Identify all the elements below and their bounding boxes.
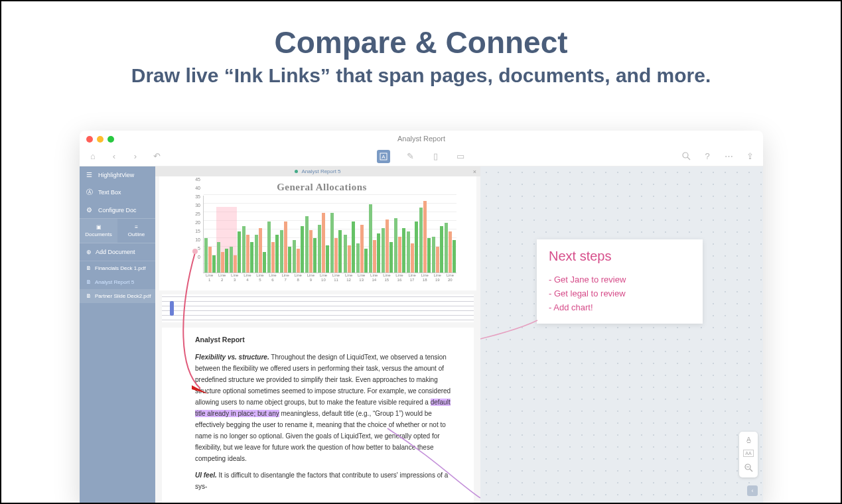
workspace-toolbar: A̲ AA (739, 432, 758, 477)
outline-icon: ≡ (135, 224, 138, 230)
help-icon[interactable]: ? (702, 151, 713, 162)
note-card[interactable]: Next steps - Get Jane to review - Get le… (537, 239, 703, 324)
more-icon[interactable]: ⋯ (723, 151, 734, 162)
home-icon[interactable]: ⌂ (88, 151, 98, 162)
sidebar-highlight-view[interactable]: ☰ HighlightView (80, 166, 155, 183)
sidebar-file-partner[interactable]: 🗎 Partner Slide Deck2.pdf (80, 289, 155, 303)
para-lead: Flexibility vs. structure. (195, 353, 269, 361)
window-zoom-icon[interactable] (107, 136, 114, 143)
note-title: Next steps (549, 249, 691, 264)
sidebar-label: HighlightView (98, 172, 134, 178)
doc-tab-label: Analyst Report 5 (301, 168, 340, 174)
sidebar-tab-outline[interactable]: ≡ Outline (117, 219, 155, 243)
document-page-chart: General Allocations 051015202530354045Li… (159, 176, 476, 290)
para-body: Throughout the design of LiquidText, we … (195, 353, 451, 406)
file-name: Financials Deck 1.pdf (95, 265, 145, 271)
tab-label: Outline (117, 231, 155, 237)
sidebar-tab-documents[interactable]: ▣ Documents (80, 219, 117, 243)
sidebar-label: Text Box (98, 189, 121, 196)
highlight-view-icon: ☰ (86, 171, 94, 178)
chart-title: General Allocations (187, 182, 456, 193)
eraser-tool-icon[interactable]: ▭ (455, 151, 466, 162)
close-icon[interactable]: × (473, 168, 476, 175)
document-view: Analyst Report 5 × General Allocations 0… (155, 166, 480, 504)
share-icon[interactable]: ⇪ (744, 151, 755, 162)
toolbar: ⌂ ‹ › ↶ A ✎ ▯ ▭ ? ⋯ ⇪ (80, 147, 763, 166)
window-title: Analyst Report (80, 131, 763, 143)
text-box-icon: Ⓐ (86, 188, 94, 197)
sidebar-label: Configure Doc (98, 207, 137, 214)
file-icon: 🗎 (86, 265, 92, 271)
promo-title: Compare & Connect (1, 25, 841, 60)
active-dot-icon (295, 170, 298, 173)
ink-link-pink (480, 320, 537, 339)
file-name: Analyst Report 5 (95, 279, 134, 285)
bar-chart: 051015202530354045Line1Line2Line3Line4Li… (187, 196, 456, 285)
collapsed-pages-region[interactable] (162, 294, 474, 322)
sidebar-file-financials[interactable]: 🗎 Financials Deck 1.pdf (80, 261, 155, 275)
sidebar-configure-doc[interactable]: ⚙ Configure Doc (80, 202, 155, 218)
forward-icon[interactable]: › (130, 151, 141, 162)
section-heading: Analyst Report (195, 334, 454, 346)
collapse-workspace-icon[interactable]: ‹ (747, 485, 758, 496)
para-tail: meaningless, default title (e.g., “Group… (195, 410, 446, 462)
paragraph[interactable]: UI feel. It is difficult to disentangle … (195, 470, 454, 492)
svg-line-6 (750, 469, 752, 472)
note-item: - Add chart! (549, 301, 691, 315)
back-icon[interactable]: ‹ (109, 151, 119, 162)
documents-icon: ▣ (96, 224, 102, 230)
pinch-handle-icon[interactable] (170, 301, 174, 316)
sidebar-file-analyst[interactable]: 🗎 Analyst Report 5 (80, 275, 155, 289)
file-icon: 🗎 (86, 279, 92, 285)
document-tab-analyst[interactable]: Analyst Report 5 × (155, 166, 480, 176)
file-icon: 🗎 (86, 293, 92, 299)
svg-line-3 (687, 157, 690, 160)
note-item: - Get legal to review (549, 287, 691, 301)
svg-text:A: A (382, 154, 386, 160)
search-icon[interactable] (681, 151, 691, 162)
window-close-icon[interactable] (86, 136, 93, 143)
para-body: It is difficult to disentangle the facto… (195, 472, 448, 490)
select-tool-icon[interactable]: A (377, 150, 390, 163)
window-minimize-icon[interactable] (97, 136, 104, 143)
svg-point-2 (683, 153, 688, 158)
text-tool-icon[interactable]: A̲ (746, 436, 751, 443)
highlighter-tool-icon[interactable]: ▯ (430, 151, 441, 162)
file-name: Partner Slide Deck2.pdf (95, 293, 151, 299)
add-document-label: Add Document (96, 249, 135, 255)
para-lead: UI feel. (195, 472, 217, 479)
plus-icon: ⊕ (86, 249, 92, 255)
zoom-out-icon[interactable] (744, 464, 753, 473)
paragraph[interactable]: Flexibility vs. structure. Throughout th… (195, 351, 454, 464)
gear-icon: ⚙ (86, 206, 94, 214)
zoom-fit-icon[interactable]: AA (743, 450, 753, 457)
tab-label: Documents (80, 231, 117, 237)
document-page-text: P 26 Analyst Report Flexibility vs. stru… (162, 328, 474, 504)
note-item: - Get Jane to review (549, 273, 691, 287)
undo-icon[interactable]: ↶ (151, 151, 162, 162)
workspace-canvas[interactable]: Next steps - Get Jane to review - Get le… (480, 166, 763, 504)
sidebar: ☰ HighlightView Ⓐ Text Box ⚙ Configure D… (80, 166, 155, 504)
app-window: Analyst Report ⌂ ‹ › ↶ A ✎ ▯ ▭ ? ⋯ ⇪ (80, 131, 763, 504)
promo-subtitle: Draw live “Ink Links” that span pages, d… (1, 64, 841, 87)
pen-tool-icon[interactable]: ✎ (405, 151, 415, 162)
add-document-button[interactable]: ⊕ Add Document (80, 243, 155, 261)
sidebar-text-box[interactable]: Ⓐ Text Box (80, 183, 155, 202)
